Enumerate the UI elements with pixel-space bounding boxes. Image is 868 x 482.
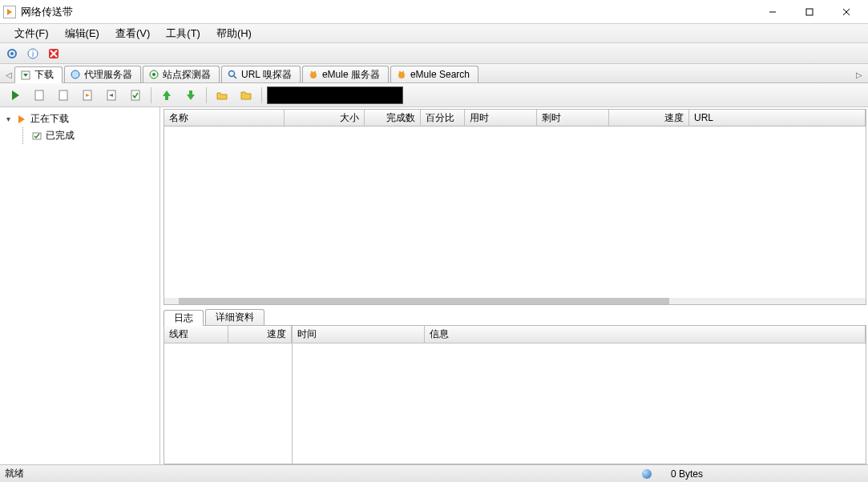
tab-proxy[interactable]: 代理服务器 bbox=[64, 66, 141, 82]
col-time[interactable]: 时间 bbox=[293, 326, 425, 343]
svg-marker-0 bbox=[7, 9, 12, 15]
col-url[interactable]: URL bbox=[689, 110, 866, 126]
menu-tools[interactable]: 工具(T) bbox=[158, 25, 208, 42]
tab-proxy-label: 代理服务器 bbox=[84, 68, 132, 82]
detail-pane: 日志 详细资料 线程 速度 时间 信息 bbox=[164, 308, 866, 464]
tab-scroll-right[interactable]: ▷ bbox=[854, 66, 865, 82]
svg-point-17 bbox=[229, 71, 235, 77]
tab-download[interactable]: 下载 bbox=[14, 66, 63, 83]
col-thread-speed[interactable]: 速度 bbox=[228, 326, 292, 343]
settings-icon[interactable] bbox=[3, 45, 21, 62]
detail-tab-log[interactable]: 日志 bbox=[164, 310, 204, 326]
tab-site-explorer-label: 站点探测器 bbox=[163, 68, 211, 82]
tab-url-sniffer-label: URL 嗅探器 bbox=[241, 68, 292, 82]
maximize-button[interactable] bbox=[791, 1, 828, 23]
tabstrip: ◁ 下载 代理服务器 站点探测器 URL 嗅探器 eMule 服务器 eMule… bbox=[0, 64, 868, 83]
svg-point-21 bbox=[314, 71, 316, 73]
new-doc-button[interactable] bbox=[29, 86, 50, 105]
svg-point-23 bbox=[399, 71, 401, 73]
svg-point-6 bbox=[10, 52, 14, 55]
tab-emule-server-label: eMule 服务器 bbox=[322, 68, 380, 82]
workspace: ▾ 正在下载 已完成 名称 大小 完成数 百分比 用时 剩时 速度 URL bbox=[0, 107, 868, 464]
status-ready: 就绪 bbox=[5, 467, 639, 480]
svg-marker-34 bbox=[187, 90, 195, 100]
tree-completed-label: 已完成 bbox=[46, 129, 75, 143]
download-grid-body[interactable] bbox=[164, 127, 866, 305]
svg-marker-25 bbox=[12, 90, 19, 100]
tree-downloading[interactable]: ▾ 正在下载 bbox=[3, 110, 156, 127]
thread-list[interactable] bbox=[164, 343, 292, 464]
doc-check-button[interactable] bbox=[125, 86, 146, 105]
svg-text:i: i bbox=[32, 50, 34, 58]
start-button[interactable] bbox=[5, 86, 26, 105]
svg-rect-2 bbox=[806, 9, 813, 15]
window-title: 网络传送带 bbox=[21, 5, 754, 19]
minimize-button[interactable] bbox=[754, 1, 791, 23]
emule-search-icon bbox=[396, 69, 407, 80]
col-name[interactable]: 名称 bbox=[164, 110, 285, 126]
doc-play-button[interactable] bbox=[77, 86, 98, 105]
svg-rect-27 bbox=[59, 90, 67, 100]
move-up-button[interactable] bbox=[156, 86, 177, 105]
tab-url-sniffer[interactable]: URL 嗅探器 bbox=[221, 66, 301, 82]
col-percent[interactable]: 百分比 bbox=[421, 110, 465, 126]
svg-point-24 bbox=[402, 71, 404, 73]
toolbar-small: i bbox=[0, 43, 868, 64]
tab-scroll-left[interactable]: ◁ bbox=[3, 66, 14, 82]
svg-line-18 bbox=[234, 76, 236, 78]
svg-marker-33 bbox=[163, 90, 171, 100]
app-icon bbox=[3, 6, 16, 18]
sidebar: ▾ 正在下载 已完成 bbox=[0, 107, 160, 464]
status-bytes: 0 Bytes bbox=[655, 468, 863, 480]
menu-file[interactable]: 文件(F) bbox=[6, 25, 57, 42]
tab-emule-search-label: eMule Search bbox=[410, 69, 470, 80]
col-thread[interactable]: 线程 bbox=[164, 326, 228, 343]
svg-point-16 bbox=[152, 73, 155, 76]
doc-left-button[interactable] bbox=[101, 86, 122, 105]
stop-icon[interactable] bbox=[45, 45, 63, 62]
open-folder-button[interactable] bbox=[212, 86, 232, 105]
detail-right: 时间 信息 bbox=[293, 326, 866, 464]
help-icon[interactable]: i bbox=[24, 45, 42, 62]
detail-tabs: 日志 详细资料 bbox=[164, 308, 866, 326]
tab-emule-search[interactable]: eMule Search bbox=[390, 66, 478, 82]
tab-site-explorer[interactable]: 站点探测器 bbox=[143, 66, 220, 82]
svg-point-19 bbox=[310, 72, 317, 78]
svg-point-22 bbox=[398, 72, 405, 78]
new-doc2-button[interactable] bbox=[53, 86, 74, 105]
move-down-button[interactable] bbox=[180, 86, 201, 105]
menu-help[interactable]: 帮助(H) bbox=[208, 25, 260, 42]
address-box[interactable] bbox=[267, 86, 403, 104]
status-globe bbox=[639, 469, 655, 479]
col-message[interactable]: 信息 bbox=[425, 326, 866, 343]
col-done[interactable]: 完成数 bbox=[365, 110, 421, 126]
log-list[interactable] bbox=[293, 343, 866, 464]
menu-view[interactable]: 查看(V) bbox=[107, 25, 158, 42]
grid-h-scrollbar[interactable] bbox=[164, 298, 866, 304]
radar-icon bbox=[148, 69, 159, 80]
expand-icon[interactable]: ▾ bbox=[3, 114, 13, 123]
main-toolbar bbox=[0, 83, 868, 107]
download-grid-header: 名称 大小 完成数 百分比 用时 剩时 速度 URL bbox=[164, 109, 866, 127]
completed-icon bbox=[31, 131, 42, 142]
tab-emule-server[interactable]: eMule 服务器 bbox=[302, 66, 389, 82]
globe-icon bbox=[70, 69, 81, 80]
detail-tab-info[interactable]: 详细资料 bbox=[205, 309, 264, 325]
col-size[interactable]: 大小 bbox=[285, 110, 365, 126]
globe-icon bbox=[642, 469, 652, 479]
col-elapsed[interactable]: 用时 bbox=[465, 110, 537, 126]
tree-downloading-label: 正在下载 bbox=[30, 112, 69, 126]
tree-completed[interactable]: 已完成 bbox=[31, 127, 156, 144]
close-button[interactable] bbox=[828, 1, 865, 23]
content-area: 名称 大小 完成数 百分比 用时 剩时 速度 URL 日志 详细资料 线程 速度 bbox=[160, 107, 868, 464]
menubar: 文件(F) 编辑(E) 查看(V) 工具(T) 帮助(H) bbox=[0, 24, 868, 43]
svg-point-14 bbox=[71, 70, 79, 78]
magnifier-icon bbox=[227, 69, 238, 80]
emule-icon bbox=[308, 69, 319, 80]
folder-button[interactable] bbox=[236, 86, 256, 105]
download-icon bbox=[20, 70, 31, 81]
statusbar: 就绪 0 Bytes bbox=[0, 464, 868, 482]
col-remaining[interactable]: 剩时 bbox=[537, 110, 609, 126]
menu-edit[interactable]: 编辑(E) bbox=[57, 25, 107, 42]
col-speed[interactable]: 速度 bbox=[609, 110, 689, 126]
